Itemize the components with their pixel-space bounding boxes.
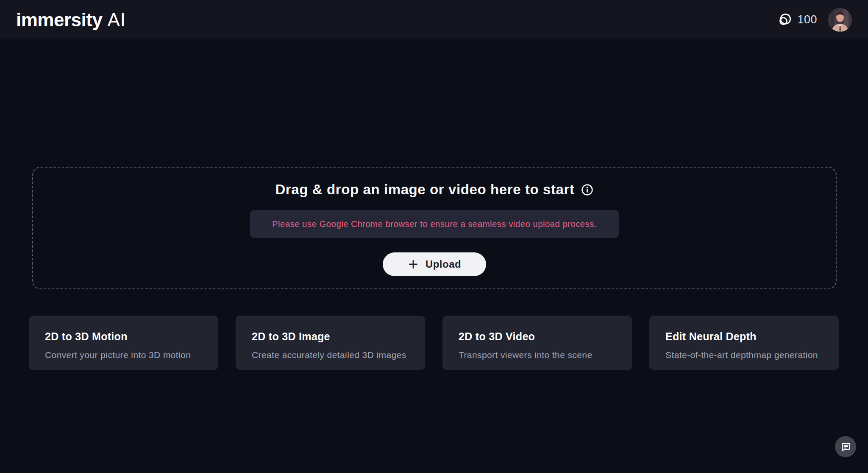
- app-logo[interactable]: immersity AI: [16, 9, 126, 31]
- upload-dropzone[interactable]: Drag & drop an image or video here to st…: [32, 167, 837, 289]
- card-title: 2D to 3D Video: [459, 330, 616, 343]
- browser-warning-banner: Please use Google Chrome browser to ensu…: [250, 210, 619, 238]
- feature-cards-row: 2D to 3D Motion Convert your picture int…: [29, 316, 839, 370]
- card-description: Convert your picture into 3D motion: [45, 350, 202, 361]
- card-edit-neural-depth[interactable]: Edit Neural Depth State-of-the-art depth…: [649, 316, 839, 370]
- card-2d-to-3d-image[interactable]: 2D to 3D Image Create accurately detaile…: [236, 316, 425, 370]
- browser-warning-text: Please use Google Chrome browser to ensu…: [272, 219, 597, 229]
- card-description: Create accurately detailed 3D images: [252, 350, 409, 361]
- upload-button-label: Upload: [426, 258, 461, 270]
- info-icon[interactable]: [581, 183, 594, 196]
- logo-brand-text: immersity: [16, 9, 102, 31]
- card-description: Transport viewers into the scene: [459, 350, 616, 361]
- token-icon: [777, 13, 792, 27]
- logo-suffix-text: AI: [107, 9, 126, 31]
- dropzone-title: Drag & drop an image or video here to st…: [275, 182, 574, 198]
- card-2d-to-3d-video[interactable]: 2D to 3D Video Transport viewers into th…: [442, 316, 632, 370]
- credits-balance[interactable]: 100: [777, 13, 817, 27]
- card-2d-to-3d-motion[interactable]: 2D to 3D Motion Convert your picture int…: [29, 316, 218, 370]
- chat-icon: [840, 441, 851, 453]
- card-title: 2D to 3D Image: [252, 330, 409, 343]
- top-bar: immersity AI 100: [0, 0, 868, 39]
- card-description: State-of-the-art depthmap generation: [665, 350, 823, 361]
- chat-launcher-button[interactable]: [835, 436, 856, 457]
- upload-button[interactable]: Upload: [383, 252, 486, 276]
- credits-value: 100: [797, 13, 817, 26]
- user-avatar[interactable]: [828, 8, 852, 32]
- plus-icon: [408, 259, 419, 270]
- card-title: 2D to 3D Motion: [45, 330, 202, 343]
- card-title: Edit Neural Depth: [665, 330, 823, 343]
